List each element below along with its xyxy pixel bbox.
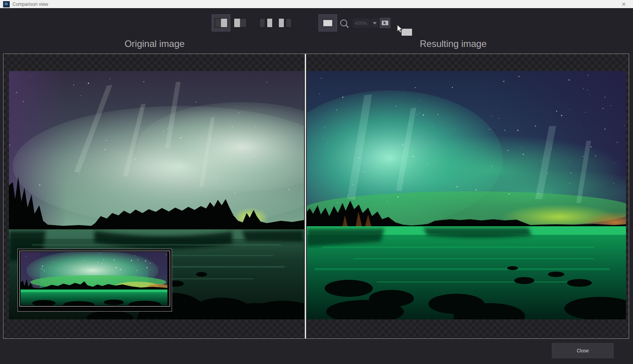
fit-to-view-button[interactable] (318, 14, 337, 31)
caret-down-icon (373, 22, 377, 26)
comparison-toolbar: 400% (0, 9, 633, 38)
view-mode-split-original-right-button[interactable] (231, 14, 249, 31)
pair-light-dark-icon (278, 18, 292, 28)
resulting-image-photo[interactable] (307, 71, 626, 319)
view-mode-split-original-left-button[interactable] (212, 14, 230, 31)
window-titlebar[interactable]: Comparison view ✕ (0, 0, 633, 9)
view-mode-side-by-side-left-button[interactable] (257, 14, 275, 31)
navigator-thumbnail[interactable] (17, 249, 172, 312)
window-title: Comparison view (12, 0, 48, 9)
resulting-image-label: Resulting image (420, 38, 487, 49)
app-window-icon (3, 1, 10, 7)
navigator-thumbnail-frame (19, 251, 170, 307)
close-button[interactable]: Close (552, 343, 614, 358)
fit-to-view-icon (322, 19, 333, 27)
original-image-label: Original image (125, 38, 185, 49)
comparison-split-divider[interactable] (304, 54, 307, 338)
magnifier-icon (339, 18, 350, 29)
mouse-cursor (396, 24, 404, 35)
view-mode-side-by-side-right-button[interactable] (276, 14, 294, 31)
rect-with-cursor-icon (382, 21, 388, 25)
dialog-footer: Close (0, 339, 633, 364)
comparison-canvas (3, 54, 629, 339)
pair-dark-light-icon (259, 18, 273, 28)
window-close-icon[interactable]: ✕ (617, 1, 630, 7)
zoom-percent-value[interactable]: 400% (353, 19, 370, 28)
navigator-thumbnail-image (21, 252, 167, 305)
zoom-tool-button[interactable] (339, 18, 350, 31)
zoom-percent-combo[interactable]: 400% (353, 19, 379, 28)
split-light-dark-icon (234, 18, 247, 28)
split-dark-light-icon (215, 18, 228, 28)
zoom-dropdown-button[interactable] (370, 19, 379, 28)
navigator-toggle-button[interactable] (380, 18, 390, 28)
